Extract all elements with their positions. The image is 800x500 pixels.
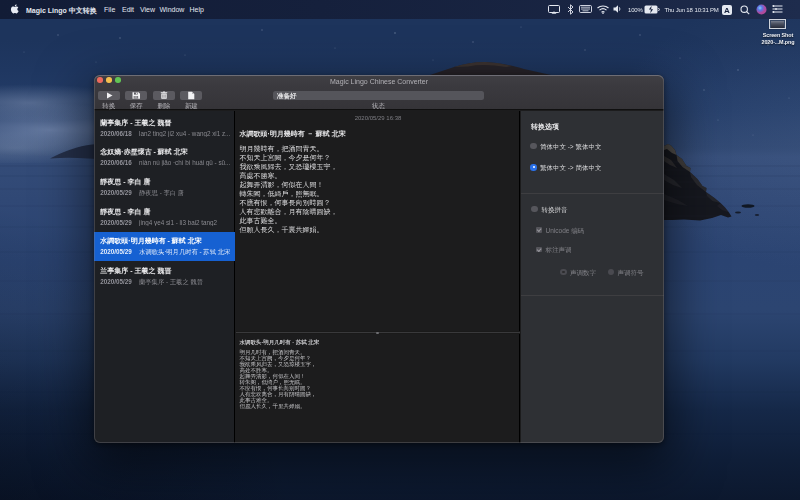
svg-text:A: A	[724, 5, 730, 14]
